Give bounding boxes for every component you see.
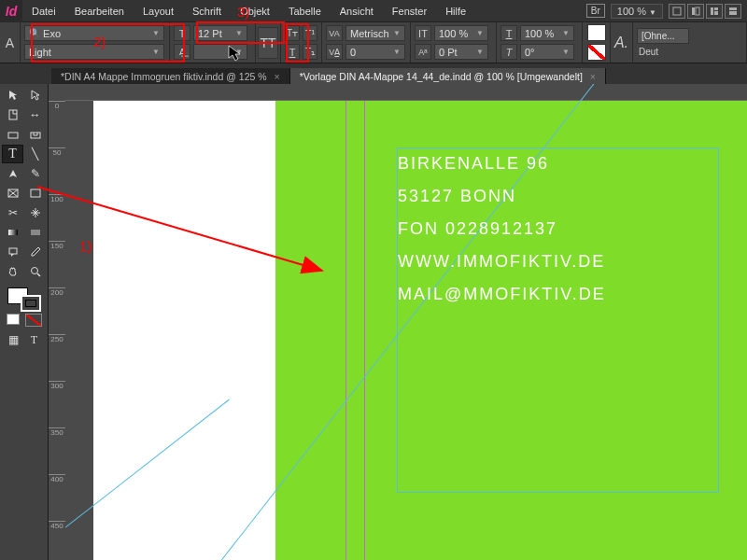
- kerning-field[interactable]: Metrisch▼: [345, 25, 405, 41]
- canvas[interactable]: BIRKENALLE 96 53127 BONN FON 0228912137 …: [65, 84, 747, 560]
- fill-stroke-swatch[interactable]: [7, 287, 41, 312]
- line-tool[interactable]: ╲: [24, 145, 46, 163]
- bridge-badge[interactable]: Br: [586, 4, 605, 18]
- close-icon[interactable]: ×: [275, 71, 280, 82]
- guide-vertical[interactable]: [364, 101, 365, 560]
- svg-rect-2: [696, 7, 699, 15]
- horizontal-ruler: [65, 84, 747, 101]
- tab-doc-2[interactable]: *Vorlage DIN A4-Mappe 14_44_de.indd @ 10…: [290, 68, 606, 85]
- selection-tool[interactable]: [2, 86, 23, 105]
- guide-vertical[interactable]: [345, 101, 346, 560]
- svg-line-19: [37, 273, 40, 276]
- apply-none-button[interactable]: [25, 314, 42, 327]
- control-bar: A 🔍 Exo▼ Light▼ T 12 Pt▼ A͟ ▼ TT TᴛT¹ TT…: [0, 22, 747, 63]
- pen-tool[interactable]: [2, 164, 23, 183]
- direct-selection-tool[interactable]: [24, 86, 46, 105]
- baseline-field[interactable]: 0 Pt▼: [434, 44, 488, 60]
- leading-icon: A͟: [174, 44, 190, 60]
- close-icon[interactable]: ×: [590, 71, 596, 82]
- annotation-label-3: 3): [237, 4, 249, 20]
- character-mode-icon[interactable]: A: [0, 22, 21, 63]
- allcaps-button[interactable]: TT: [258, 27, 278, 59]
- svg-rect-7: [729, 11, 737, 15]
- preview-view-button[interactable]: T: [26, 332, 43, 347]
- menu-bearbeiten[interactable]: Bearbeiten: [65, 0, 134, 22]
- tracking-icon: VA̲: [326, 44, 343, 60]
- menu-hilfe[interactable]: Hilfe: [436, 0, 475, 22]
- stroke-swatch-none[interactable]: [587, 44, 606, 61]
- type-tool[interactable]: T: [2, 145, 23, 163]
- char-style-field[interactable]: [Ohne...: [637, 28, 689, 44]
- page-left: [93, 101, 275, 560]
- note-tool[interactable]: [2, 243, 23, 261]
- text-frame[interactable]: BIRKENALLE 96 53127 BONN FON 0228912137 …: [397, 147, 719, 493]
- vscale-icon: IT: [415, 25, 431, 41]
- green-background: BIRKENALLE 96 53127 BONN FON 0228912137 …: [275, 101, 747, 560]
- svg-rect-16: [31, 230, 40, 235]
- svg-rect-17: [9, 248, 17, 254]
- font-size-icon: T: [174, 25, 190, 41]
- hand-tool[interactable]: [2, 262, 23, 281]
- baseline-icon: Aª: [415, 44, 431, 60]
- vscale-field[interactable]: 100 %▼: [434, 25, 488, 41]
- ws-icon-2[interactable]: [687, 4, 704, 19]
- vertical-ruler: 0 50 100 150 200 250 300 350 400 450: [49, 84, 65, 560]
- menu-fenster[interactable]: Fenster: [383, 0, 436, 22]
- fill-swatch[interactable]: [587, 24, 606, 41]
- ws-icon-3[interactable]: [706, 4, 723, 19]
- annotation-label-2: 2): [93, 34, 106, 49]
- content-collector-tool[interactable]: [2, 125, 23, 144]
- char-style-icon[interactable]: A.: [611, 22, 633, 63]
- smallcaps-button[interactable]: Tᴛ: [285, 25, 300, 41]
- subscript-button[interactable]: T₁: [303, 44, 317, 60]
- leading-field[interactable]: ▼: [193, 44, 247, 60]
- content-placer-tool[interactable]: [24, 125, 46, 144]
- gradient-swatch-tool[interactable]: [2, 223, 23, 242]
- menu-datei[interactable]: Datei: [22, 0, 65, 22]
- page-tool[interactable]: [2, 105, 23, 124]
- ws-icon-1[interactable]: [669, 4, 685, 19]
- menu-ansicht[interactable]: Ansicht: [331, 0, 383, 22]
- skew-icon: T: [500, 44, 517, 60]
- svg-rect-4: [714, 7, 718, 10]
- skew-field[interactable]: 0°▼: [520, 44, 574, 60]
- text-line: MAIL@MMOFIKTIV.DE: [398, 285, 718, 304]
- tracking-field[interactable]: 0▼: [345, 44, 405, 60]
- svg-rect-14: [31, 189, 40, 197]
- gradient-feather-tool[interactable]: [24, 223, 46, 242]
- gap-tool[interactable]: ↔: [24, 105, 46, 124]
- rectangle-tool[interactable]: [24, 184, 46, 203]
- app-icon: Id: [0, 0, 22, 22]
- text-line: 53127 BONN: [398, 187, 718, 206]
- text-line: BIRKENALLE 96: [398, 154, 718, 174]
- hscale-field[interactable]: 100 %▼: [520, 25, 574, 41]
- svg-rect-5: [714, 11, 718, 15]
- workspace-switcher[interactable]: [669, 4, 741, 19]
- normal-view-button[interactable]: ▦: [6, 332, 22, 347]
- ws-icon-4[interactable]: [725, 4, 741, 19]
- menu-tabelle[interactable]: Tabelle: [279, 0, 331, 22]
- zoom-tool[interactable]: [24, 262, 46, 281]
- language-label: Deut: [637, 47, 742, 57]
- svg-rect-1: [692, 7, 695, 15]
- transform-tool[interactable]: [24, 203, 46, 222]
- zoom-level[interactable]: 100 % ▼: [611, 4, 663, 19]
- hscale-icon: T: [500, 25, 517, 41]
- menu-schrift[interactable]: Schrift: [183, 0, 231, 22]
- svg-rect-6: [729, 7, 737, 10]
- svg-rect-15: [8, 230, 18, 235]
- font-size-field[interactable]: 12 Pt▼: [193, 25, 247, 41]
- svg-rect-9: [8, 133, 18, 138]
- superscript-button[interactable]: T¹: [303, 25, 317, 41]
- svg-rect-3: [711, 7, 713, 15]
- scissors-tool[interactable]: ✂: [2, 203, 23, 222]
- svg-rect-0: [673, 7, 681, 15]
- eyedropper-tool[interactable]: [24, 243, 46, 261]
- tab-doc-1[interactable]: *DIN A4 Mappe Immogruen fiktiv.indd @ 12…: [51, 68, 290, 85]
- annotation-label-1: 1): [79, 238, 92, 254]
- underline-button[interactable]: T: [285, 44, 300, 60]
- apply-color-button[interactable]: [7, 314, 20, 325]
- rectangle-frame-tool[interactable]: [2, 184, 23, 203]
- menu-layout[interactable]: Layout: [134, 0, 183, 22]
- pencil-tool[interactable]: ✎: [24, 164, 46, 183]
